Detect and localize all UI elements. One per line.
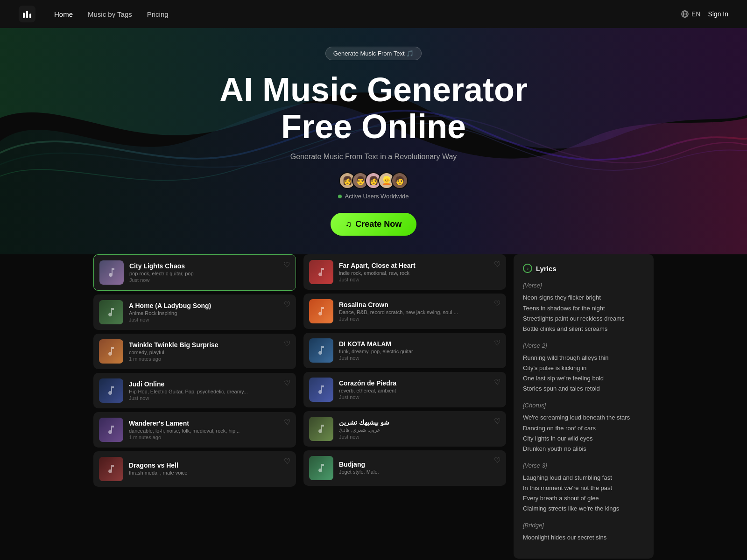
music-info: Wanderer's Lament danceable, lo-fi, nois… (129, 420, 290, 440)
nav-pricing[interactable]: Pricing (147, 10, 169, 18)
hero-section: Generate Music From Text 🎵 AI Music Gene… (0, 28, 747, 254)
music-time: Just now (129, 277, 290, 283)
music-list-item[interactable]: Twinkle Twinkle Big Surprise comedy, pla… (93, 334, 296, 369)
music-note-icon: ♫ (345, 219, 352, 229)
music-tags: thrash medal , male voice (129, 470, 290, 476)
music-time: Just now (129, 395, 290, 401)
like-button[interactable]: ♡ (284, 300, 290, 309)
lyrics-section-label: [Verse 3] (523, 461, 644, 471)
music-info: DI KOTA MALAM funk, dreamy, pop, electri… (339, 340, 500, 361)
music-list-item[interactable]: Far Apart, Close at Heart indie rock, em… (303, 254, 506, 290)
music-list-item[interactable]: Budjang Joget style. Male. ♡ (303, 450, 506, 486)
logo-icon (19, 6, 35, 22)
lyrics-section-label: [Bridge] (523, 520, 644, 531)
music-title: Corazón de Piedra (339, 379, 500, 387)
music-info: Dragons vs Hell thrash medal , male voic… (129, 462, 290, 476)
music-thumbnail (99, 418, 123, 442)
like-button[interactable]: ♡ (494, 260, 500, 269)
music-thumbnail (309, 260, 333, 284)
lyrics-icon: ♪ (523, 264, 532, 273)
lyrics-section-label: [Chorus] (523, 400, 644, 411)
music-column-left: City Lights Chaos pop rock, electric gui… (93, 254, 296, 559)
lyrics-section-label: [Verse 2] (523, 341, 644, 351)
like-button[interactable]: ♡ (494, 338, 500, 347)
online-dot (338, 195, 342, 198)
music-tags: reverb, ethereal, ambient (339, 388, 500, 393)
create-btn-label: Create Now (355, 219, 402, 229)
music-tags: pop rock, electric guitar, pop (129, 271, 290, 276)
lyrics-line: Every breath a shout of glee (523, 493, 644, 504)
music-title: Dragons vs Hell (129, 462, 290, 469)
music-list-item[interactable]: Judi Online Hip Hop, Electric Guitar, Po… (93, 373, 296, 408)
lyrics-line: Laughing loud and stumbling fast (523, 473, 644, 483)
like-button[interactable]: ♡ (494, 299, 500, 308)
music-tags: Joget style. Male. (339, 469, 500, 475)
music-tags: funk, dreamy, pop, electric guitar (339, 349, 500, 354)
music-time: Just now (339, 355, 500, 361)
nav-music-by-tags[interactable]: Music by Tags (88, 10, 132, 18)
music-info: City Lights Chaos pop rock, electric gui… (129, 262, 290, 283)
lyrics-panel: ♪ Lyrics [Verse]Neon signs they flicker … (514, 254, 654, 559)
like-button[interactable]: ♡ (494, 378, 500, 386)
music-title: Rosalina Crown (339, 301, 500, 308)
lyrics-header: ♪ Lyrics (523, 264, 644, 273)
avatar-group: 👩 👨 👩 👱 🧑 (339, 172, 408, 189)
music-time: Just now (339, 277, 500, 282)
lyrics-section: [Verse]Neon signs they flicker brightTee… (523, 280, 644, 334)
music-info: A Home (A Ladybug Song) Anime Rock inspi… (129, 302, 290, 322)
music-time: 1 minutes ago (129, 434, 290, 440)
like-button[interactable]: ♡ (284, 339, 290, 348)
music-info: Twinkle Twinkle Big Surprise comedy, pla… (129, 341, 290, 362)
music-tags: danceable, lo-fi, noise, folk, medieval,… (129, 428, 290, 434)
lyrics-line: Running wild through alleys thin (523, 353, 644, 363)
active-users-indicator: Active Users Worldwide (338, 193, 409, 200)
sign-in-button[interactable]: Sign In (708, 10, 728, 18)
music-list-item[interactable]: DI KOTA MALAM funk, dreamy, pop, electri… (303, 333, 506, 368)
music-list-item[interactable]: Rosalina Crown Dance, R&B, record scratc… (303, 294, 506, 329)
svg-rect-1 (26, 11, 28, 18)
music-tags: عربي, شعري, هادئ (339, 427, 500, 433)
music-thumbnail (309, 378, 333, 402)
music-title: Judi Online (129, 380, 290, 388)
nav-links: Home Music by Tags Pricing (54, 10, 681, 18)
like-button[interactable]: ♡ (283, 260, 290, 269)
nav-home[interactable]: Home (54, 10, 73, 18)
like-button[interactable]: ♡ (284, 418, 290, 427)
lyrics-line: Teens in shadows for the night (523, 303, 644, 314)
music-thumbnail (99, 339, 123, 364)
create-now-button[interactable]: ♫ Create Now (331, 213, 417, 236)
music-info: Judi Online Hip Hop, Electric Guitar, Po… (129, 380, 290, 401)
lyrics-line: In this moment we're not the past (523, 483, 644, 493)
lyrics-line: Streetlights paint our reckless dreams (523, 314, 644, 324)
logo[interactable] (19, 6, 35, 22)
svg-rect-0 (23, 13, 25, 18)
hero-title: AI Music Generator Free Online (219, 71, 528, 145)
music-title: City Lights Chaos (129, 262, 290, 270)
globe-icon (681, 10, 689, 18)
hero-badge[interactable]: Generate Music From Text 🎵 (325, 47, 422, 60)
navbar: Home Music by Tags Pricing EN Sign In (0, 0, 747, 28)
music-thumbnail (309, 299, 333, 323)
music-list-item[interactable]: شو بيشبهك تشرين عربي, شعري, هادئ Just no… (303, 411, 506, 447)
lyrics-line: One last sip we're feeling bold (523, 373, 644, 384)
lyrics-line: Drunken youth no alibis (523, 444, 644, 454)
lyrics-line: Neon signs they flicker bright (523, 293, 644, 303)
language-selector[interactable]: EN (681, 10, 700, 18)
music-list-item[interactable]: City Lights Chaos pop rock, electric gui… (93, 254, 296, 291)
music-tags: Dance, R&B, record scratch, new jack swi… (339, 309, 500, 315)
lyrics-line: Stories spun and tales retold (523, 384, 644, 394)
music-time: Just now (339, 434, 500, 440)
lyrics-line: City lights in our wild eyes (523, 434, 644, 444)
like-button[interactable]: ♡ (284, 457, 290, 466)
music-thumbnail (309, 338, 333, 363)
music-list-item[interactable]: Corazón de Piedra reverb, ethereal, ambi… (303, 372, 506, 407)
like-button[interactable]: ♡ (494, 417, 500, 426)
lyrics-line: Dancing on the roof of cars (523, 423, 644, 434)
music-list-item[interactable]: Wanderer's Lament danceable, lo-fi, nois… (93, 412, 296, 448)
like-button[interactable]: ♡ (284, 378, 290, 387)
music-title: Budjang (339, 461, 500, 468)
music-list-item[interactable]: A Home (A Ladybug Song) Anime Rock inspi… (93, 294, 296, 330)
music-list-item[interactable]: Dragons vs Hell thrash medal , male voic… (93, 451, 296, 487)
music-thumbnail (309, 417, 333, 441)
like-button[interactable]: ♡ (494, 456, 500, 465)
